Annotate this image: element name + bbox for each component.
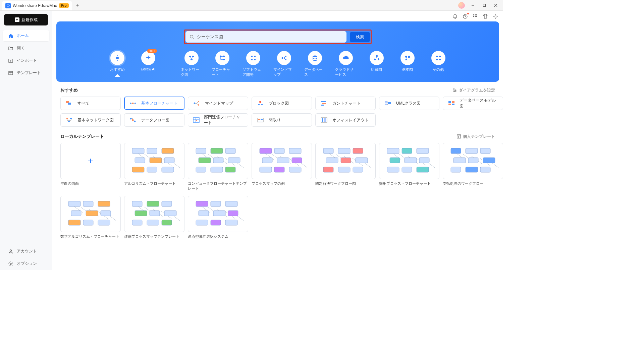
- sidebar-item-import[interactable]: インポート: [3, 55, 49, 66]
- svg-rect-165: [196, 201, 208, 207]
- sidebar-item-open[interactable]: 開く: [3, 43, 49, 54]
- svg-rect-11: [473, 14, 474, 15]
- recommend-chip[interactable]: ガントチャート: [315, 97, 376, 110]
- minimize-button[interactable]: [468, 1, 478, 10]
- template-card[interactable]: 数学アルゴリズム・フローチャート: [60, 196, 121, 239]
- svg-rect-121: [338, 148, 350, 154]
- recommend-chip[interactable]: 基本フローチャート: [124, 97, 184, 110]
- search-input[interactable]: [197, 35, 342, 40]
- close-button[interactable]: [490, 1, 501, 10]
- svg-rect-158: [162, 201, 172, 207]
- category-cloud[interactable]: クラウドサービス: [335, 51, 357, 77]
- personal-templates-link[interactable]: 個人テンプレート: [457, 134, 495, 139]
- svg-point-55: [198, 101, 199, 102]
- sidebar-item-options[interactable]: オプション: [3, 258, 49, 269]
- svg-rect-105: [199, 158, 211, 163]
- template-card[interactable]: 支払処理のワークフロー: [443, 143, 503, 191]
- sidebar-item-account[interactable]: アカウント: [3, 246, 49, 257]
- svg-point-24: [220, 56, 221, 57]
- template-thumbnail: [379, 143, 439, 179]
- template-label: プロセスマップの例: [252, 181, 312, 186]
- sidebar-item-home[interactable]: ホーム: [3, 30, 49, 41]
- search-box[interactable]: [185, 31, 346, 43]
- svg-rect-69: [448, 104, 451, 105]
- sidebar-item-template[interactable]: テンプレート: [3, 67, 49, 78]
- shirt-icon[interactable]: [482, 13, 488, 19]
- recommend-chip[interactable]: 間取り: [252, 113, 312, 127]
- template-card[interactable]: プロセスマップの例: [252, 143, 312, 191]
- svg-rect-98: [164, 158, 174, 163]
- svg-rect-40: [436, 56, 438, 57]
- recommend-chip[interactable]: データフロー図: [124, 113, 184, 127]
- template-card[interactable]: +空白の図面: [60, 143, 121, 191]
- template-card[interactable]: アルゴリズム・フローチャート: [124, 143, 184, 191]
- svg-point-45: [455, 90, 456, 91]
- template-card[interactable]: 採用プロセス・フローチャート: [379, 143, 439, 191]
- svg-rect-133: [405, 158, 417, 163]
- svg-rect-120: [323, 148, 333, 154]
- app-tab[interactable]: ⊃ Wondershare EdrawMax Pro: [2, 1, 72, 10]
- svg-rect-97: [150, 158, 162, 163]
- svg-rect-149: [98, 201, 110, 207]
- local-title: ローカルテンプレート: [60, 133, 104, 139]
- settings-icon[interactable]: [492, 13, 498, 19]
- cloud-icon: [339, 51, 353, 65]
- maximize-button[interactable]: [479, 1, 490, 10]
- template-card[interactable]: コンピュータフローチャートテンプレート: [188, 143, 248, 191]
- new-tab-button[interactable]: ＋: [73, 1, 82, 10]
- svg-rect-106: [213, 158, 223, 163]
- svg-rect-150: [71, 211, 81, 216]
- avatar[interactable]: [458, 2, 465, 9]
- category-flowchart[interactable]: フローチャート: [212, 51, 233, 77]
- category-basic[interactable]: 基本図: [397, 51, 418, 72]
- template-card[interactable]: 適応型属性選択システム: [188, 196, 248, 239]
- recommend-chip[interactable]: ブロック図: [252, 97, 312, 110]
- category-software[interactable]: ソフトウェア開発: [243, 51, 264, 77]
- svg-rect-171: [196, 220, 208, 225]
- recommend-chip[interactable]: マインドマップ: [188, 97, 248, 110]
- recommend-chip[interactable]: データベースモデル図: [443, 97, 503, 110]
- recommend-chip[interactable]: 部門連係フローチャート: [188, 113, 248, 127]
- chip-label: データベースモデル図: [460, 98, 499, 109]
- category-label: ソフトウェア開発: [243, 67, 264, 77]
- template-card[interactable]: 詳細プロセスマップテンプレート: [124, 196, 184, 239]
- recommend-chip[interactable]: オフィスレイアウト: [315, 113, 376, 127]
- category-other[interactable]: その他: [428, 51, 449, 72]
- svg-rect-138: [451, 148, 461, 154]
- category-recommend[interactable]: おすすめ: [107, 51, 128, 72]
- new-document-button[interactable]: + 新規作成: [4, 14, 48, 25]
- category-label: フローチャート: [212, 67, 233, 77]
- search-button[interactable]: 検索: [350, 32, 370, 42]
- svg-rect-161: [164, 211, 176, 216]
- svg-rect-84: [261, 119, 263, 120]
- bell-icon[interactable]: [452, 13, 458, 19]
- svg-point-8: [10, 250, 12, 251]
- recommend-chip[interactable]: UMLクラス図: [379, 97, 439, 110]
- svg-rect-108: [196, 167, 206, 172]
- template-card[interactable]: 問題解決ワークフロー図: [315, 143, 376, 191]
- category-label: データベース: [304, 67, 326, 77]
- svg-rect-173: [225, 220, 237, 225]
- svg-rect-77: [132, 119, 133, 121]
- svg-rect-42: [436, 59, 438, 60]
- svg-rect-93: [132, 148, 144, 154]
- personal-templates-label: 個人テンプレート: [463, 134, 495, 139]
- category-mindmap[interactable]: マインドマップ: [273, 51, 295, 77]
- svg-point-57: [259, 101, 261, 103]
- recommend-chip[interactable]: すべて: [60, 97, 121, 110]
- category-orgchart[interactable]: 組織図: [366, 51, 387, 72]
- diagram-settings-link[interactable]: ダイアグラムを設定: [452, 88, 495, 93]
- pro-badge: Pro: [59, 3, 69, 8]
- category-network[interactable]: ネットワーク図: [181, 51, 202, 77]
- help-icon[interactable]: [462, 13, 468, 19]
- svg-rect-147: [68, 201, 80, 207]
- sidebar-item-label: テンプレート: [17, 70, 41, 76]
- category-edraw-ai[interactable]: HOT Edraw AI: [138, 51, 159, 71]
- apps-icon[interactable]: [472, 13, 478, 19]
- svg-rect-5: [9, 71, 13, 75]
- sidebar-item-label: 開く: [17, 45, 25, 51]
- recommend-chip[interactable]: 基本ネットワーク図: [60, 113, 121, 127]
- chip-icon: [65, 117, 73, 123]
- chip-icon: [256, 117, 265, 123]
- category-database[interactable]: データベース: [304, 51, 326, 77]
